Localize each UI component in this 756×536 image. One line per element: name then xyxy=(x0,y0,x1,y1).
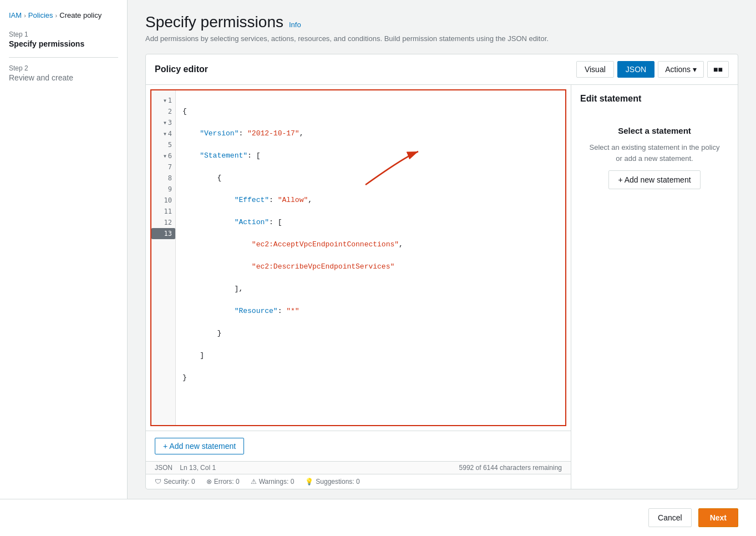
line-numbers: 1 2 3 4 5 6 xyxy=(151,90,176,425)
editor-footer: + Add new statement xyxy=(146,431,571,461)
editor-mode-position: JSON Ln 13, Col 1 xyxy=(155,464,216,472)
toggle-pane-button[interactable]: ■■ xyxy=(707,61,729,78)
step-2-label: Step 2 xyxy=(9,64,118,72)
editor-toolbar: Visual JSON Actions ▾ ■■ xyxy=(576,61,729,78)
editor-hints: 🛡 Security: 0 ⊗ Errors: 0 ⚠ Warnings: 0 xyxy=(146,474,571,489)
line-num-8: 8 xyxy=(151,173,175,184)
policy-editor-header: Policy editor Visual JSON Actions ▾ ■■ xyxy=(146,54,738,85)
code-content[interactable]: { "Version": "2012-10-17", "Statement": … xyxy=(176,90,565,425)
hint-warnings: ⚠ Warnings: 0 xyxy=(251,478,295,486)
step-2-block: Step 2 Review and create xyxy=(9,64,118,82)
line-num-10: 10 xyxy=(151,195,175,206)
line-num-2: 2 xyxy=(151,106,175,117)
shield-icon: 🛡 xyxy=(155,478,161,486)
editor-body: 1 2 3 4 5 6 xyxy=(146,85,738,489)
visual-tab-button[interactable]: Visual xyxy=(576,61,614,78)
bottom-nav: Cancel Next xyxy=(0,499,756,536)
hint-suggestions-label: Suggestions: 0 xyxy=(316,478,359,486)
editor-status-bar: JSON Ln 13, Col 1 5992 of 6144 character… xyxy=(146,461,571,474)
fold-arrow-1 xyxy=(164,98,166,103)
select-statement-heading: Select a statement xyxy=(618,126,691,135)
step-divider xyxy=(9,57,118,58)
warning-icon: ⚠ xyxy=(251,478,257,486)
line-num-7: 7 xyxy=(151,161,175,173)
hint-errors-label: Errors: 0 xyxy=(214,478,240,486)
page-description: Add permissions by selecting services, a… xyxy=(145,34,738,43)
policy-editor-title: Policy editor xyxy=(155,64,208,74)
page-title: Specify permissions xyxy=(145,13,283,31)
next-button[interactable]: Next xyxy=(698,508,738,527)
fold-arrow-6 xyxy=(164,154,166,159)
select-statement-desc: Select an existing statement in the poli… xyxy=(589,142,720,164)
lightbulb-icon: 💡 xyxy=(305,478,313,486)
breadcrumb-policies[interactable]: Policies xyxy=(28,11,53,19)
policy-editor-container: Policy editor Visual JSON Actions ▾ ■■ xyxy=(145,54,738,489)
add-statement-right-label: + Add new statement xyxy=(618,175,691,184)
add-statement-bottom-button[interactable]: + Add new statement xyxy=(155,438,244,454)
cancel-button[interactable]: Cancel xyxy=(648,508,692,527)
actions-label: Actions xyxy=(665,65,691,74)
line-num-13: 13 xyxy=(151,228,175,239)
line-num-4: 4 xyxy=(151,128,175,139)
edit-statement-pane: Edit statement Select a statement Select… xyxy=(571,85,738,489)
editor-mode: JSON xyxy=(155,464,172,472)
line-num-3: 3 xyxy=(151,117,175,128)
actions-button[interactable]: Actions ▾ xyxy=(658,61,704,78)
add-statement-right-button[interactable]: + Add new statement xyxy=(608,170,700,189)
toggle-pane-icon: ■■ xyxy=(713,65,723,74)
breadcrumb-current: Create policy xyxy=(59,11,102,19)
step-1-label: Step 1 xyxy=(9,31,118,38)
line-num-9: 9 xyxy=(151,184,175,195)
add-statement-bottom-label: + Add new statement xyxy=(163,442,236,451)
info-link[interactable]: Info xyxy=(289,21,301,29)
breadcrumb-sep-2: › xyxy=(55,12,58,19)
edit-statement-title: Edit statement xyxy=(580,94,729,104)
actions-chevron-icon: ▾ xyxy=(693,65,697,74)
hint-security: 🛡 Security: 0 xyxy=(155,478,195,486)
breadcrumb: IAM › Policies › Create policy xyxy=(9,11,118,19)
json-editor-outline[interactable]: 1 2 3 4 5 6 xyxy=(150,89,566,426)
editor-position: Ln 13, Col 1 xyxy=(180,464,216,472)
sidebar: IAM › Policies › Create policy Step 1 Sp… xyxy=(0,0,128,536)
select-statement-box: Select a statement Select an existing st… xyxy=(580,113,729,203)
breadcrumb-sep-1: › xyxy=(24,12,26,19)
chars-remaining: 5992 of 6144 characters remaining xyxy=(459,464,562,472)
error-icon: ⊗ xyxy=(206,478,212,486)
breadcrumb-iam[interactable]: IAM xyxy=(9,11,22,19)
json-tab-button[interactable]: JSON xyxy=(617,61,654,78)
main-content: Specify permissions Info Add permissions… xyxy=(128,0,756,536)
step-1-block: Step 1 Specify permissions xyxy=(9,31,118,48)
line-num-12: 12 xyxy=(151,217,175,228)
line-num-5: 5 xyxy=(151,139,175,150)
step-2-title: Review and create xyxy=(9,73,118,82)
hint-suggestions: 💡 Suggestions: 0 xyxy=(305,478,359,486)
hint-security-label: Security: 0 xyxy=(164,478,195,486)
line-num-1: 1 xyxy=(151,95,175,106)
line-num-6: 6 xyxy=(151,150,175,161)
page-title-row: Specify permissions Info xyxy=(145,13,738,31)
line-num-11: 11 xyxy=(151,206,175,217)
fold-arrow-3 xyxy=(164,120,166,125)
fold-arrow-4 xyxy=(164,132,166,136)
hint-warnings-label: Warnings: 0 xyxy=(259,478,295,486)
step-1-title: Specify permissions xyxy=(9,39,118,48)
json-editor-pane: 1 2 3 4 5 6 xyxy=(146,85,571,489)
hint-errors: ⊗ Errors: 0 xyxy=(206,478,240,486)
